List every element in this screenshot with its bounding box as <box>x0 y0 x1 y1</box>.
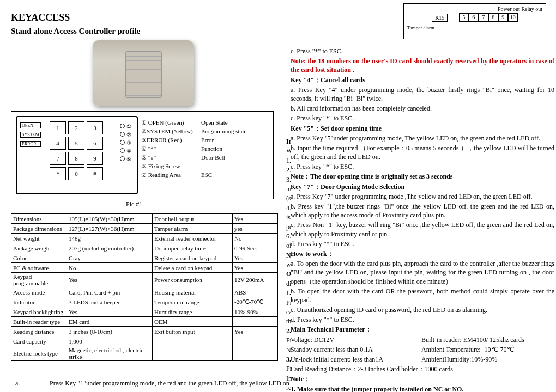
footnote-text: Press Key "1"under programming mode, the… <box>50 379 289 387</box>
key-hash: # <box>87 167 103 180</box>
spec-cell: OEM <box>153 317 233 327</box>
spec-cell: 105(L)×105(W)×30(H)mm <box>67 214 153 224</box>
leg-l4: ⑤ "#" <box>141 154 201 161</box>
pin-8: 8 <box>488 13 498 22</box>
spec-cell: Power consumption <box>153 273 233 287</box>
spec-cell: Reading distance <box>11 327 67 336</box>
spec-cell: Keypad programmable <box>11 273 67 287</box>
spec-cell: Gray <box>67 253 153 263</box>
k5-note: Note：The door opening time is originally… <box>291 173 452 180</box>
pic2-k15: K15 <box>432 14 448 22</box>
leg-l1: ②SYSTEM (Yellow) <box>141 128 201 135</box>
tech-param-heading: Main Technical Parameter： <box>291 326 372 333</box>
spec-cell: Door open relay time <box>153 243 233 253</box>
table-row: Access modeCard, Pin, Card + pinHousing … <box>11 287 278 297</box>
spec-cell: 1,000 <box>67 336 153 346</box>
page-title: KEYACCESS <box>11 12 278 23</box>
pic2-tamper-label: Tamper alarm <box>407 25 434 30</box>
spec-cell: Humidity range <box>153 307 233 317</box>
key-5: 5 <box>68 137 84 150</box>
hwa: a. To open the door with the card plus p… <box>291 259 554 286</box>
k5c: c. Press key "*" to ESC. <box>291 162 554 171</box>
spec-cell <box>233 346 278 361</box>
led-system: SYSTEM <box>20 132 41 138</box>
k7d: d. Press key "*" to ESC. <box>291 240 554 248</box>
spec-cell: ABS <box>233 287 278 297</box>
note-red: Note: the 18 numbers on the user's ID ca… <box>291 57 554 74</box>
spec-cell: Package dimensions <box>11 224 67 234</box>
spec-cell: Yes <box>233 327 278 336</box>
pic2-power-label: Power out Relay out <box>407 6 542 12</box>
pin-9: 9 <box>498 13 508 22</box>
spec-table: Dimensions105(L)×105(W)×30(H)mmDoor bell… <box>11 213 278 361</box>
spec-cell: 0-99 Sec. <box>233 243 278 253</box>
led-open: OPEN <box>20 122 41 128</box>
esc-line: c. Press "*" to ESC. <box>291 47 554 56</box>
table-row: Indicator3 LEDS and a beeperTemperature … <box>11 297 278 307</box>
table-row: Card capacity1,000 <box>11 336 278 346</box>
page-subtitle: Stand alone Access Controller profile <box>11 27 278 36</box>
spec-cell: Register a card on keypad <box>153 253 233 263</box>
key-1: 1 <box>50 121 66 134</box>
mt2a: Standby current: less than 0.1A <box>291 345 421 354</box>
mt4: Card Reading Distance：2-3 Inches Card ho… <box>291 365 554 373</box>
key5-heading: Key "5"：Set door opening time <box>291 125 382 132</box>
spec-cell: Keypad backlighting <box>11 307 67 317</box>
leg-r2: Error <box>201 137 267 144</box>
leg-l6: ⑦ Reading Area <box>141 171 201 179</box>
spec-cell <box>153 346 233 361</box>
spec-cell: 148g <box>67 234 153 243</box>
key-0: 0 <box>68 167 84 180</box>
spec-cell: 10%-90% <box>233 307 278 317</box>
spec-cell: No <box>67 263 153 273</box>
key-7: 7 <box>50 152 66 165</box>
k7b: b. Press key "1",the buzzer rings "Bi" o… <box>291 202 554 219</box>
k5b: b. Input the time required （For example：… <box>291 144 554 161</box>
key-9: 9 <box>87 152 103 165</box>
leg-r5 <box>201 163 267 170</box>
k4a: a. Press Key "4" under programming mode,… <box>291 85 554 103</box>
key-3: 3 <box>87 121 103 134</box>
spec-cell: Housing material <box>153 287 233 297</box>
spec-cell: yes <box>233 224 278 234</box>
spec-cell: Tamper alarm <box>153 224 233 234</box>
key-6: 6 <box>87 137 103 150</box>
k4b: b. All card information has been complet… <box>291 104 554 113</box>
spec-cell: Yes <box>67 273 153 287</box>
spec-cell: 3 LEDS and a beeper <box>67 297 153 307</box>
pin-10: 10 <box>508 13 518 22</box>
hwc: c. Unauthorized opening ID card or passw… <box>291 305 554 314</box>
leg-l3: ④ "*" <box>141 145 201 152</box>
key4-heading: Key "4"：Cancel all cards <box>291 76 365 84</box>
spec-cell: -20℃-70℃ <box>233 297 278 307</box>
spec-cell: PC & software <box>11 263 67 273</box>
spec-cell: Exit button input <box>153 327 233 336</box>
leg-r1: Programming state <box>201 128 267 135</box>
k5a: a. Press Key "5"under programming mode, … <box>291 134 554 143</box>
spec-cell <box>233 317 278 327</box>
hwd: d. Press key "*" to ESC. <box>291 315 554 324</box>
callout-1: ① <box>120 124 131 130</box>
pin-7: 7 <box>479 13 488 22</box>
k7a: a. Press Key "7" under programming mode … <box>291 192 554 201</box>
spec-cell: Dimensions <box>11 214 67 224</box>
leg-l2: ③ERROR (Red) <box>141 137 201 144</box>
key-8: 8 <box>68 152 84 165</box>
mt1b: Built-in reader: EM4100/ 125khz cards <box>421 336 524 344</box>
spec-cell: Yes <box>233 214 278 224</box>
pic2-pins: 5 6 7 8 9 10 <box>459 13 518 22</box>
footnote-a: a. <box>15 379 48 388</box>
spec-cell: Yes <box>233 263 278 273</box>
pic2-connector: Power out Relay out K15 5 6 7 8 9 10 Tam… <box>403 3 546 39</box>
spec-cell: 3 inches (8-10cm) <box>67 327 153 336</box>
callout-2: ② <box>120 132 131 138</box>
spec-cell: Package weight <box>11 243 67 253</box>
mt3b: AmbientHumidity:10%-90% <box>421 356 497 363</box>
mt2b: Ambient Temperature: -10℃-70℃ <box>421 346 514 353</box>
spec-cell: Net weight <box>11 234 67 243</box>
device-photo <box>93 40 194 106</box>
table-row: PC & softwareNoDelete a card on keypadYe… <box>11 263 278 273</box>
callout-3: ③ <box>120 140 131 146</box>
mt1a: Voltage: DC12V <box>291 335 421 344</box>
table-row: Electric locks typeMagnetic, electric bo… <box>11 346 278 361</box>
